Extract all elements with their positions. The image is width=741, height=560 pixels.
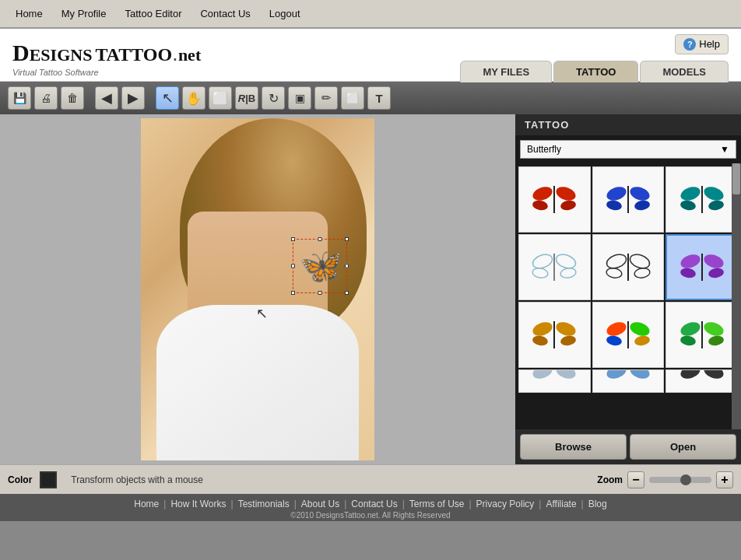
svg-point-1 — [554, 184, 578, 203]
tattoo-grid — [515, 163, 741, 396]
tool-undo[interactable]: ◀ — [95, 86, 118, 110]
handle-mr[interactable] — [345, 264, 349, 268]
footer-about-us[interactable]: About Us — [301, 499, 339, 509]
zoom-label: Zoom — [597, 474, 623, 485]
tattoo-item-10[interactable] — [518, 369, 591, 393]
svg-point-48 — [628, 369, 651, 380]
svg-point-50 — [702, 369, 725, 380]
tool-draw[interactable]: ✏ — [314, 86, 338, 110]
svg-point-11 — [702, 184, 725, 203]
handle-bc[interactable] — [318, 291, 322, 295]
tattoo-item-2[interactable] — [592, 166, 665, 233]
tool-delete[interactable]: 🗑 — [61, 86, 84, 110]
handle-tr[interactable] — [345, 237, 349, 241]
tool-erase[interactable]: ⬜ — [341, 86, 364, 110]
tool-save[interactable]: 💾 — [8, 86, 31, 110]
tool-redo[interactable]: ▶ — [121, 86, 145, 110]
tool-text-r[interactable]: R|B — [235, 86, 258, 110]
tattoo-item-7[interactable] — [518, 302, 591, 368]
status-message: Transform objects with a mouse — [71, 474, 203, 485]
tattoo-selection-box[interactable]: 🦋 — [293, 239, 347, 293]
help-icon: ? — [683, 38, 696, 51]
tattoo-item-11[interactable] — [592, 369, 665, 393]
tool-move[interactable]: ✋ — [182, 86, 205, 110]
tool-print[interactable]: 🖨 — [34, 86, 58, 110]
footer-terms[interactable]: Terms of Use — [409, 499, 465, 509]
tattoo-item-5[interactable] — [592, 234, 665, 300]
nav-home[interactable]: Home — [8, 5, 51, 23]
tattoo-item-12[interactable] — [665, 369, 738, 393]
status-bar: Color Transform objects with a mouse Zoo… — [0, 464, 741, 494]
tool-transform[interactable]: ▣ — [288, 86, 311, 110]
footer-affiliate[interactable]: Affiliate — [546, 499, 576, 509]
zoom-out-button[interactable]: − — [627, 471, 644, 488]
nav-contact-us[interactable]: Contact Us — [192, 5, 258, 23]
svg-point-45 — [531, 369, 554, 380]
zoom-controls: Zoom − + — [597, 471, 733, 488]
tattoo-item-1[interactable] — [518, 166, 591, 233]
nav-logout[interactable]: Logout — [262, 5, 308, 23]
tool-text[interactable]: T — [367, 86, 391, 110]
tool-select[interactable]: ↖ — [156, 86, 179, 110]
zoom-in-button[interactable]: + — [716, 471, 733, 488]
tab-tattoo[interactable]: TATTOO — [553, 61, 638, 82]
handle-tl[interactable] — [291, 237, 295, 241]
zoom-slider[interactable] — [649, 477, 711, 483]
logo-net: net — [178, 45, 201, 65]
handle-tc[interactable] — [318, 237, 322, 241]
handle-ml[interactable] — [291, 264, 295, 268]
nav-my-profile[interactable]: My Profile — [54, 5, 114, 23]
canvas-area[interactable]: 🦋 ↖ — [0, 114, 515, 464]
svg-point-25 — [679, 252, 702, 271]
model-photo: 🦋 ↖ — [141, 118, 374, 460]
category-label: Butterfly — [527, 144, 561, 155]
footer-home[interactable]: Home — [134, 499, 159, 509]
svg-point-17 — [532, 267, 549, 278]
tattoo-item-9[interactable] — [665, 302, 738, 368]
panel-title: TATTOO — [515, 114, 741, 135]
handle-bl[interactable] — [291, 291, 295, 295]
zoom-thumb[interactable] — [680, 474, 691, 485]
tab-models[interactable]: MODELS — [640, 61, 729, 82]
tab-bar: MY FILES TATTOO MODELS — [452, 61, 729, 82]
tab-my-files[interactable]: MY FILES — [460, 61, 552, 82]
right-panel: TATTOO Butterfly ▼ — [515, 114, 741, 464]
logo-esigns: ESIGNS — [30, 45, 93, 65]
svg-point-49 — [679, 369, 702, 380]
grid-scrollbar[interactable] — [732, 163, 741, 429]
svg-point-0 — [531, 184, 554, 203]
svg-point-10 — [679, 184, 702, 203]
handle-br[interactable] — [345, 291, 349, 295]
tattoo-item-6[interactable] — [665, 234, 738, 300]
logo-main-text: DESIGNS TATTOO .net — [12, 40, 201, 66]
grid-scroll-thumb[interactable] — [732, 163, 740, 194]
tattoo-item-4[interactable] — [518, 234, 591, 300]
nav-tattoo-editor[interactable]: Tattoo Editor — [117, 5, 189, 23]
top-navigation: Home My Profile Tattoo Editor Contact Us… — [0, 0, 741, 29]
tool-crop[interactable]: ⬜ — [209, 86, 232, 110]
tattoo-item-8[interactable] — [592, 302, 665, 368]
help-button[interactable]: ? Help — [675, 34, 729, 54]
tool-rotate[interactable]: ↻ — [262, 86, 285, 110]
footer-how-it-works[interactable]: How It Works — [170, 499, 226, 509]
logo-bar: DESIGNS TATTOO .net Virtual Tattoo Softw… — [0, 29, 741, 82]
logo-dot: . — [172, 41, 178, 66]
open-button[interactable]: Open — [630, 434, 736, 460]
browse-button[interactable]: Browse — [520, 434, 627, 460]
svg-point-32 — [532, 334, 549, 346]
color-swatch[interactable] — [40, 471, 57, 488]
category-dropdown[interactable]: Butterfly ▼ — [520, 140, 736, 159]
svg-point-20 — [605, 252, 628, 271]
logo-subtitle: Virtual Tattoo Software — [12, 68, 201, 77]
tattoo-grid-wrapper — [515, 163, 741, 429]
footer-blog[interactable]: Blog — [588, 499, 607, 509]
footer-copyright: ©2010 DesignsTattoo.net. All Rights Rese… — [0, 511, 741, 520]
logo-tattoo: TATTOO — [95, 44, 172, 65]
logo-d: D — [12, 40, 30, 66]
footer-privacy[interactable]: Privacy Policy — [476, 499, 535, 509]
svg-point-21 — [628, 252, 651, 271]
svg-point-3 — [560, 199, 577, 211]
footer-testimonials[interactable]: Testimonials — [238, 499, 290, 509]
tattoo-item-3[interactable] — [665, 166, 738, 233]
footer-contact-us[interactable]: Contact Us — [351, 499, 397, 509]
